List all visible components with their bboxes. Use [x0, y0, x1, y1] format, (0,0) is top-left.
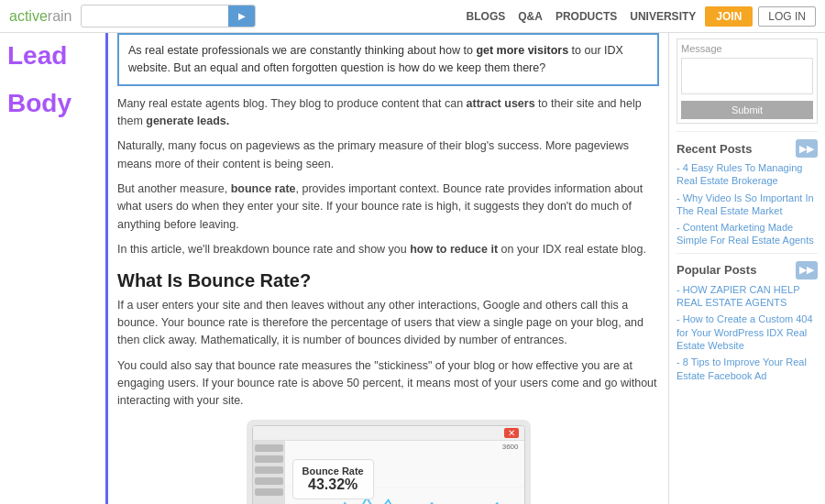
search-button[interactable]: ►	[228, 5, 255, 27]
login-button[interactable]: LOG IN	[758, 6, 816, 27]
monitor-chart-area: 3600 Bounce Rate 43.32%	[285, 441, 524, 504]
submit-button[interactable]: Submit	[681, 101, 813, 119]
nav-bar-2	[255, 455, 283, 463]
logo-accent: active	[9, 8, 48, 24]
divider-2	[676, 253, 818, 254]
nav-bar-3	[255, 466, 283, 474]
bounce-rate-value: 43.32%	[302, 477, 364, 493]
monitor-body: 3600 Bounce Rate 43.32%	[253, 441, 524, 504]
popular-posts-header: Popular Posts ▶▶	[676, 261, 818, 279]
recent-posts-header: Recent Posts ▶▶	[676, 139, 818, 158]
main-content: As real estate professionals we are cons…	[105, 33, 669, 504]
monitor-titlebar: ✕	[253, 426, 524, 441]
sidebar-body-label: Body	[7, 89, 98, 118]
bounce-rate-label: Bounce Rate	[302, 466, 364, 477]
nav-products[interactable]: PRODUCTS	[556, 10, 617, 23]
divider-1	[676, 131, 818, 132]
message-box: Message Submit	[676, 38, 818, 124]
monitor-sidebar-nav	[253, 441, 285, 504]
nav-qa[interactable]: Q&A	[518, 10, 543, 23]
para4: In this article, we'll breakdown bounce …	[117, 241, 659, 258]
join-button[interactable]: JOIN	[705, 6, 753, 27]
message-textarea[interactable]	[681, 58, 813, 94]
header: activerain ► BLOGS Q&A PRODUCTS UNIVERSI…	[0, 0, 825, 33]
search-input[interactable]	[82, 7, 228, 26]
nav-bar-4	[255, 477, 283, 485]
recent-posts-title: Recent Posts	[676, 142, 752, 156]
recent-post-3[interactable]: Content Marketing Made Simple For Real E…	[676, 221, 818, 247]
popular-posts-title: Popular Posts	[676, 263, 756, 277]
sidebar-lead-label: Lead	[7, 42, 98, 71]
popular-post-2[interactable]: How to Create a Custom 404 for Your Word…	[676, 312, 818, 352]
intro-text-pre: As real estate professionals we are cons…	[128, 44, 476, 57]
para1: Many real estate agents blog. They blog …	[117, 95, 659, 131]
left-sidebar: Lead Body	[0, 33, 105, 504]
monitor-container: ✕ 3600	[247, 420, 531, 504]
popular-post-1[interactable]: HOW ZAPIER CAN HELP REAL ESTATE AGENTS	[676, 283, 818, 310]
para3-bold: bounce rate	[231, 182, 296, 195]
nav-links: BLOGS Q&A PRODUCTS UNIVERSITY	[467, 10, 697, 23]
section-para2: You could also say that bounce rate meas…	[117, 357, 659, 411]
nav-bar-1	[255, 444, 283, 452]
right-sidebar: Message Submit Recent Posts ▶▶ 4 Easy Ru…	[669, 33, 825, 504]
para3: But another measure, bounce rate, provid…	[117, 181, 659, 234]
recent-posts-icon: ▶▶	[796, 139, 818, 158]
recent-post-2[interactable]: Why Video Is So Important In The Real Es…	[676, 192, 818, 218]
popular-post-3[interactable]: 8 Tips to Improve Your Real Estate Faceb…	[676, 356, 818, 382]
logo: activerain	[9, 8, 72, 25]
monitor-close-button[interactable]: ✕	[504, 428, 519, 438]
section-para1: If a user enters your site and then leav…	[117, 297, 659, 350]
intro-box: As real estate professionals we are cons…	[117, 33, 659, 86]
popular-posts-icon: ▶▶	[796, 261, 818, 279]
para1-bold2: generate leads.	[146, 115, 229, 127]
bounce-rate-box: Bounce Rate 43.32%	[292, 459, 374, 499]
page-layout: Lead Body As real estate professionals w…	[0, 33, 825, 504]
intro-text-bold: get more visitors	[476, 44, 568, 57]
monitor: ✕ 3600	[247, 420, 531, 504]
para1-bold1: attract users	[467, 97, 535, 110]
para2: Naturally, many focus on pageviews as th…	[117, 137, 659, 173]
monitor-screen: ✕ 3600	[252, 425, 525, 504]
nav-blogs[interactable]: BLOGS	[467, 10, 506, 23]
para4-bold: how to reduce it	[410, 243, 498, 256]
nav-university[interactable]: UNIVERSITY	[630, 10, 696, 23]
section-title: What Is Bounce Rate?	[117, 270, 659, 291]
search-bar: ►	[81, 5, 256, 27]
message-label: Message	[681, 43, 813, 54]
nav-bar-5	[255, 488, 283, 496]
recent-post-1[interactable]: 4 Easy Rules To Managing Real Estate Bro…	[676, 161, 818, 188]
